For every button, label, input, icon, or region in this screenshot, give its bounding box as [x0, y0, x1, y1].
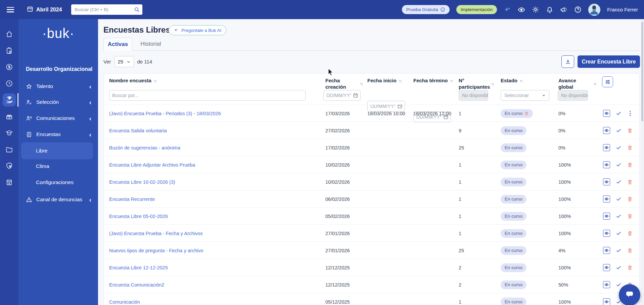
delete-button[interactable] [627, 213, 633, 219]
survey-name-link[interactable]: Nuevos tipos de pregunta - Fecha y archi… [109, 248, 203, 253]
preview-results-button[interactable] [603, 298, 610, 305]
search-icon[interactable] [134, 7, 140, 12]
sort-icon[interactable]: ↑↓ [399, 79, 401, 83]
name-filter-input[interactable] [109, 90, 306, 101]
per-page-select[interactable]: 25 [114, 56, 134, 67]
rail-clipboard-icon[interactable] [0, 42, 18, 59]
survey-name-link[interactable]: Encuesta Recurrente [109, 197, 155, 202]
sort-icon[interactable]: ↑↓ [154, 79, 156, 83]
preview-results-button[interactable] [603, 230, 610, 237]
approve-check-button[interactable] [616, 145, 622, 150]
tab-activas[interactable]: Activas [103, 38, 132, 51]
sidebar-subitem-clima[interactable]: Clima [18, 159, 98, 174]
sort-icon[interactable]: ↑↓ [491, 82, 494, 86]
survey-name-cell: Encuesta Comunicación2 [106, 276, 321, 293]
preview-results-button[interactable] [603, 110, 610, 117]
column-settings-button[interactable] [602, 76, 613, 87]
sidebar-item-seleccion[interactable]: Selección ‹ [18, 94, 98, 110]
approve-check-button[interactable] [616, 248, 622, 253]
delete-button[interactable] [627, 145, 633, 150]
delete-button[interactable] [627, 196, 633, 202]
implementation-badge[interactable]: Implementación [456, 5, 497, 14]
rail-talent-icon[interactable] [0, 92, 18, 108]
approve-check-button[interactable] [616, 111, 622, 116]
chat-widget-button[interactable] [619, 284, 640, 305]
sort-icon[interactable]: ↑↓ [520, 79, 522, 83]
rail-training-icon[interactable] [0, 125, 18, 141]
survey-name-link[interactable]: (Javo) Encuesta Prueba - Periodos (3) - … [109, 111, 221, 116]
delete-button[interactable] [627, 230, 633, 236]
row-menu-button[interactable]: ⋮ [627, 110, 633, 117]
sort-icon[interactable]: ↑↓ [450, 79, 453, 83]
announcements-megaphone-icon[interactable] [560, 6, 567, 13]
approve-check-button[interactable] [616, 162, 622, 168]
delete-button[interactable] [627, 265, 633, 270]
preview-results-button[interactable] [603, 195, 610, 203]
preview-results-button[interactable] [603, 247, 610, 254]
survey-name-link[interactable]: Encuesta Libre Adjuntar Archivo Prueba [109, 162, 195, 168]
delete-button[interactable] [627, 128, 633, 133]
delete-button[interactable] [627, 162, 633, 168]
sidebar-subitem-libre[interactable]: Libre [21, 142, 93, 159]
sort-icon[interactable]: ↑↓ [360, 82, 362, 86]
sidebar-item-canal-denuncias[interactable]: Canal de denuncias ‹ [18, 192, 98, 207]
search-input[interactable] [71, 4, 142, 15]
trial-badge[interactable]: Prueba Gratuita [402, 5, 450, 14]
sidebar-item-comunicaciones[interactable]: Comunicaciones ‹ [18, 111, 98, 126]
approve-check-button[interactable] [616, 265, 622, 270]
approve-check-button[interactable] [616, 230, 622, 236]
delete-button[interactable] [627, 248, 633, 253]
eye-icon[interactable] [518, 6, 525, 13]
preview-results-button[interactable] [603, 281, 610, 288]
tab-historial[interactable]: Historial [136, 38, 166, 50]
help-icon[interactable] [574, 6, 582, 13]
hamburger-menu-icon[interactable] [7, 7, 14, 12]
survey-name-link[interactable]: (Javo) Encuesta Prueba - Fecha y Archivo… [109, 231, 203, 236]
survey-name-link[interactable]: Encuesta Libre 12-12-2025 [109, 265, 168, 270]
preview-results-button[interactable] [603, 178, 610, 185]
survey-name-link[interactable]: Encuesta Libre 10-02-2026 (3) [109, 179, 175, 185]
approve-check-button[interactable] [616, 282, 622, 288]
sidebar-item-talento[interactable]: Talento ‹ [18, 79, 98, 94]
notifications-bell-icon[interactable] [546, 6, 553, 13]
preview-results-button[interactable] [603, 127, 610, 134]
delete-button[interactable] [627, 179, 633, 185]
survey-name-link[interactable]: Encuesta Comunicación2 [109, 282, 164, 288]
approve-check-button[interactable] [616, 196, 622, 202]
survey-name-link[interactable]: Comunicación [109, 299, 140, 305]
preview-results-button[interactable] [603, 144, 610, 151]
download-button[interactable] [561, 55, 574, 68]
chat-bubble-icon [625, 290, 635, 300]
approve-check-button[interactable] [616, 179, 622, 185]
trash-icon [627, 162, 633, 168]
period-selector[interactable]: Abril 2024 [27, 6, 62, 13]
rail-time-icon[interactable] [0, 75, 18, 92]
preview-results-button[interactable] [603, 264, 610, 271]
sidebar-item-encuestas[interactable]: Encuestas ‹ [18, 127, 98, 142]
rail-payroll-icon[interactable] [0, 59, 18, 75]
approve-check-button[interactable] [616, 213, 622, 219]
preview-results-button[interactable] [603, 213, 610, 220]
preview-results-button[interactable] [603, 161, 610, 168]
survey-name-link[interactable]: Encuesta Libre 05-02-2026 [109, 214, 168, 219]
rail-security-icon[interactable] [0, 158, 18, 174]
ask-buk-ai-button[interactable]: Pregúntale a Buk AI [169, 25, 226, 35]
user-name[interactable]: Franco Ferrer [607, 7, 638, 12]
scrollbar[interactable] [641, 19, 644, 305]
rail-home-icon[interactable] [0, 26, 18, 42]
rail-marketplace-icon[interactable] [0, 174, 18, 190]
sort-icon[interactable]: ↑↓ [594, 82, 596, 86]
survey-name-link[interactable]: Encuesta Salida voluntaria [109, 128, 167, 133]
rail-benefits-icon[interactable] [0, 108, 18, 125]
approve-check-button[interactable] [616, 128, 622, 133]
survey-name-link[interactable]: Buzón de sugerencias - anónima [109, 145, 180, 150]
status-filter-select[interactable]: Seleccionar [501, 90, 549, 101]
settings-gear-icon[interactable] [532, 6, 539, 13]
create-survey-button[interactable]: Crear Encuesta Libre [578, 55, 640, 68]
sidebar-subitem-configuraciones[interactable]: Configuraciones [18, 175, 98, 190]
rail-documents-icon[interactable] [0, 141, 18, 158]
scrollbar-thumb[interactable] [641, 22, 643, 121]
ai-sparkle-icon[interactable] [504, 6, 511, 13]
created-date-input[interactable] [323, 90, 361, 101]
user-avatar[interactable] [588, 4, 600, 16]
